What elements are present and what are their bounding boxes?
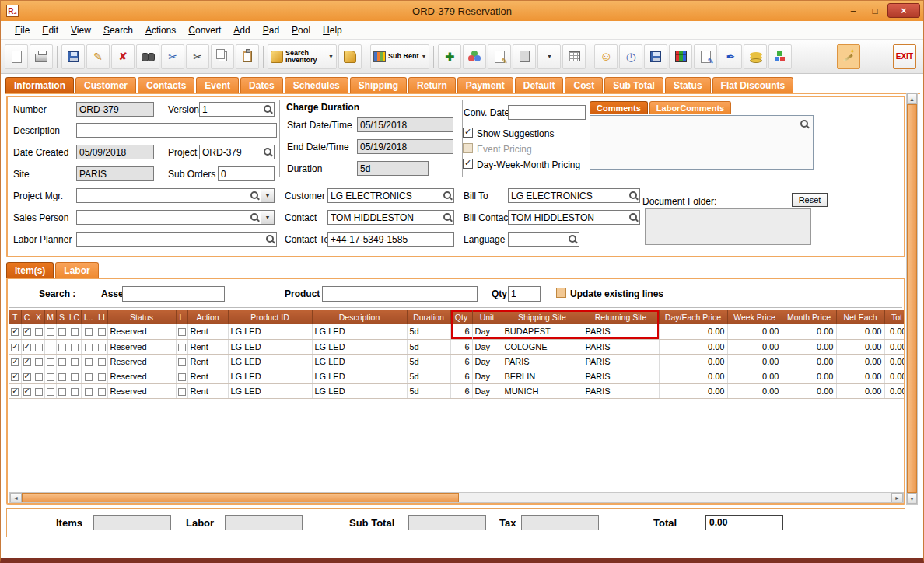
cell-qty[interactable]: 6	[450, 369, 472, 383]
row-checkbox[interactable]	[23, 344, 31, 351]
vertical-scrollbar[interactable]	[906, 93, 918, 505]
menu-item-add[interactable]: Add	[227, 23, 256, 38]
description-input[interactable]	[79, 125, 275, 136]
row-checkbox[interactable]	[71, 388, 79, 396]
menu-item-pool[interactable]: Pool	[285, 23, 317, 38]
horizontal-scrollbar[interactable]	[9, 492, 904, 503]
row-checkbox[interactable]	[35, 388, 43, 396]
cell-net_each[interactable]: 0.00	[836, 354, 884, 369]
end-date-input[interactable]	[359, 142, 451, 152]
tab-schedules[interactable]: Schedules	[285, 77, 348, 93]
column-header-unit[interactable]: Unit	[472, 310, 502, 324]
group-items-button[interactable]	[463, 44, 486, 69]
project-input[interactable]	[201, 147, 263, 158]
cell-product_id[interactable]: LG LED	[228, 369, 312, 383]
cell-net_each[interactable]: 0.00	[836, 383, 884, 398]
contact-input[interactable]	[330, 212, 443, 223]
site-input[interactable]	[79, 169, 152, 180]
rubik-button[interactable]	[669, 44, 692, 69]
tab-contacts[interactable]: Contacts	[138, 77, 194, 93]
exit-button[interactable]: EXIT	[893, 44, 916, 69]
cell-action[interactable]: Rent	[187, 339, 228, 354]
hscroll-thumb[interactable]	[22, 493, 459, 502]
sales-person-input[interactable]	[79, 212, 250, 223]
total-input[interactable]	[705, 515, 783, 530]
cell-week_price[interactable]: 0.00	[727, 324, 782, 339]
row-checkbox[interactable]	[71, 328, 79, 336]
add-line-button[interactable]: ✚	[438, 44, 461, 69]
table-row[interactable]: ReservedRentLG LEDLG LED5d6DayPARISPARIS…	[9, 354, 904, 369]
close-button[interactable]: ×	[887, 3, 920, 18]
column-header-i[interactable]: I...	[81, 310, 96, 324]
row-checkbox[interactable]	[47, 328, 54, 336]
cell-status[interactable]: Reserved	[107, 324, 176, 339]
cell-tot[interactable]: 0.00	[884, 354, 904, 369]
labor-total-input[interactable]	[225, 515, 303, 530]
column-header-returningsite[interactable]: Returning Site	[583, 310, 659, 324]
scroll-up-button[interactable]	[907, 93, 917, 104]
conv-date-input[interactable]	[510, 107, 583, 118]
sub-orders-input[interactable]	[220, 169, 272, 180]
cell-month_price[interactable]: 0.00	[782, 339, 836, 354]
update-existing-checkbox[interactable]	[556, 288, 566, 298]
row-checkbox[interactable]	[178, 344, 186, 351]
row-checkbox[interactable]	[35, 358, 43, 366]
cell-unit[interactable]: Day	[472, 383, 502, 398]
row-checkbox[interactable]	[58, 358, 66, 366]
bill-contact-input[interactable]	[510, 212, 628, 223]
column-header-duration[interactable]: Duration	[407, 310, 450, 324]
cell-month_price[interactable]: 0.00	[782, 324, 836, 339]
row-checkbox[interactable]	[178, 358, 186, 366]
project-mgr-input[interactable]	[79, 191, 250, 201]
column-header-status[interactable]: Status	[107, 310, 176, 324]
cell-returning_site[interactable]: PARIS	[583, 369, 659, 383]
column-header-shippingsite[interactable]: Shipping Site	[502, 310, 583, 324]
row-checkbox[interactable]	[11, 328, 19, 336]
cell-action[interactable]: Rent	[187, 383, 228, 398]
cell-day_each_price[interactable]: 0.00	[659, 383, 727, 398]
tax-input[interactable]	[521, 515, 599, 530]
cell-qty[interactable]: 6	[450, 354, 472, 369]
row-checkbox[interactable]	[58, 388, 66, 396]
tab-laborcomments[interactable]: LaborComments	[649, 101, 731, 114]
menu-item-view[interactable]: View	[65, 23, 97, 38]
day-week-month-pricing-checkbox[interactable]	[463, 159, 473, 169]
row-checkbox[interactable]	[71, 358, 79, 366]
cell-description[interactable]: LG LED	[312, 383, 407, 398]
row-checkbox[interactable]	[58, 328, 66, 336]
cell-status[interactable]: Reserved	[107, 339, 176, 354]
row-checkbox[interactable]	[178, 373, 186, 381]
row-checkbox[interactable]	[23, 328, 31, 336]
column-header-t[interactable]: T	[9, 310, 21, 324]
cell-tot[interactable]: 0.00	[884, 339, 904, 354]
row-checkbox[interactable]	[47, 388, 54, 396]
language-lookup-icon[interactable]	[568, 234, 577, 244]
comments-lookup-icon[interactable]	[800, 119, 809, 129]
customer-lookup-icon[interactable]	[443, 191, 452, 201]
row-checkbox[interactable]	[58, 373, 66, 381]
cell-duration[interactable]: 5d	[407, 369, 450, 383]
column-header-action[interactable]: Action	[187, 310, 228, 324]
cell-shipping_site[interactable]: BERLIN	[502, 369, 583, 383]
column-header-m[interactable]: M	[44, 310, 56, 324]
cell-month_price[interactable]: 0.00	[782, 354, 836, 369]
cell-net_each[interactable]: 0.00	[836, 324, 884, 339]
labor-planner-input[interactable]	[79, 234, 265, 245]
column-header-tot[interactable]: Tot	[884, 310, 904, 324]
save-button[interactable]	[61, 44, 85, 69]
project-lookup-icon[interactable]	[263, 147, 272, 157]
row-checkbox[interactable]	[98, 388, 106, 396]
cell-returning_site[interactable]: PARIS	[583, 339, 659, 354]
cell-tot[interactable]: 0.00	[884, 383, 904, 398]
paste-button[interactable]	[236, 44, 259, 69]
menu-item-search[interactable]: Search	[97, 23, 139, 38]
asset-input[interactable]	[124, 288, 222, 299]
smiley-button[interactable]: ☺	[594, 44, 618, 69]
row-checkbox[interactable]	[35, 373, 43, 381]
find-button[interactable]	[136, 44, 159, 69]
column-header-neteach[interactable]: Net Each	[836, 310, 884, 324]
row-checkbox[interactable]	[98, 328, 106, 336]
cell-duration[interactable]: 5d	[407, 324, 450, 339]
cell-week_price[interactable]: 0.00	[727, 369, 782, 383]
table-row[interactable]: ReservedRentLG LEDLG LED5d6DayMUNICHPARI…	[9, 383, 904, 398]
